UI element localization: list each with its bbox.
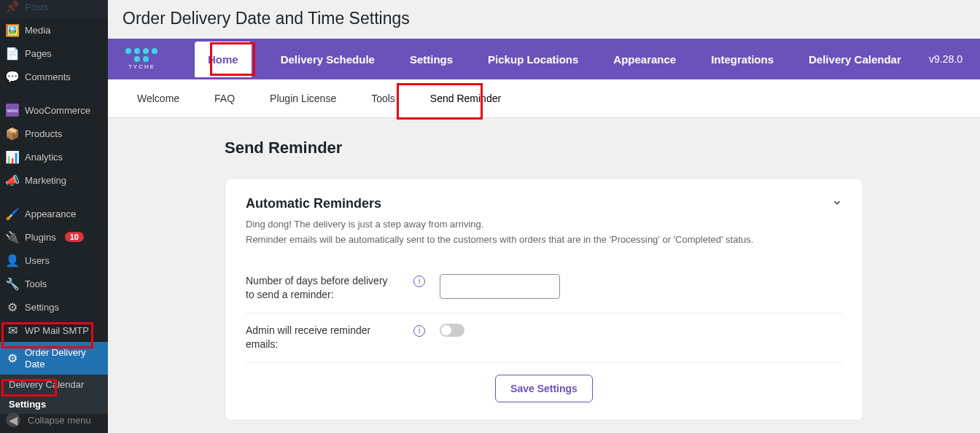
collapse-menu[interactable]: ◀ Collapse menu: [0, 407, 108, 433]
sidebar-label: Products: [25, 128, 62, 139]
subnav-tools[interactable]: Tools: [368, 79, 398, 117]
subnav: Welcome FAQ Plugin License Tools Send Re…: [108, 79, 980, 118]
sidebar-item-appearance[interactable]: 🖌️ Appearance: [0, 202, 108, 225]
sidebar-label: Media: [25, 25, 50, 36]
product-icon: 📦: [6, 127, 19, 140]
comment-icon: 💬: [6, 70, 19, 83]
main-content: Order Delivery Date and Time Settings TY…: [108, 0, 980, 433]
wrench-icon: 🔧: [6, 277, 19, 290]
sidebar-item-comments[interactable]: 💬 Comments: [0, 65, 108, 88]
sidebar-label: Settings: [25, 302, 59, 313]
gear-icon: ⚙: [6, 352, 19, 365]
admin-emails-toggle[interactable]: [440, 324, 464, 337]
sidebar-item-order-delivery-date[interactable]: ⚙ Order Delivery Date: [0, 342, 108, 375]
days-before-input[interactable]: [440, 274, 560, 299]
sidebar-label: Plugins: [25, 232, 56, 243]
topnav-settings[interactable]: Settings: [404, 42, 459, 77]
sidebar-item-media[interactable]: 🖼️ Media: [0, 18, 108, 42]
sidebar-item-woocommerce[interactable]: woo WooCommerce: [0, 98, 108, 122]
card-title: Automatic Reminders: [246, 196, 381, 211]
sidebar-label: Users: [25, 255, 50, 266]
topnav-delivery-schedule[interactable]: Delivery Schedule: [275, 42, 381, 77]
sidebar-item-products[interactable]: 📦 Products: [0, 122, 108, 145]
card-description: Ding dong! The delivery is just a step a…: [246, 217, 842, 248]
collapse-icon: ◀: [6, 413, 20, 427]
wp-admin-sidebar: 📌 Posts 🖼️ Media 📄 Pages 💬 Comments woo …: [0, 0, 108, 433]
sidebar-label: WP Mail SMTP: [25, 325, 89, 336]
sidebar-sub-delivery-calendar[interactable]: Delivery Calendar: [0, 375, 108, 394]
topnav-pickup-locations[interactable]: Pickup Locations: [482, 42, 584, 77]
subnav-welcome[interactable]: Welcome: [134, 79, 182, 117]
sidebar-label: Analytics: [25, 152, 63, 163]
brush-icon: 🖌️: [6, 207, 19, 220]
subnav-faq[interactable]: FAQ: [211, 79, 238, 117]
field-label: Number of days before delivery to send a…: [246, 274, 399, 303]
field-label: Admin will receive reminder emails:: [246, 324, 399, 352]
woo-icon: woo: [6, 104, 19, 117]
topnav-delivery-calendar[interactable]: Delivery Calendar: [803, 42, 907, 77]
sidebar-label: WooCommerce: [25, 105, 90, 116]
sidebar-item-plugins[interactable]: 🔌 Plugins 10: [0, 225, 108, 249]
sidebar-label: Posts: [25, 1, 49, 12]
settings-icon: ⚙: [6, 300, 19, 313]
topnav-integrations[interactable]: Integrations: [705, 42, 779, 77]
subnav-send-reminder[interactable]: Send Reminder: [427, 79, 504, 117]
field-days-before: Number of days before delivery to send a…: [246, 264, 842, 313]
sidebar-item-tools[interactable]: 🔧 Tools: [0, 272, 108, 295]
sidebar-label: Marketing: [25, 175, 66, 186]
analytics-icon: 📊: [6, 150, 19, 163]
plugin-version: v9.28.0: [929, 53, 962, 65]
plugin-update-badge: 10: [65, 232, 84, 242]
mail-icon: ✉: [6, 324, 19, 337]
sidebar-item-posts[interactable]: 📌 Posts: [0, 0, 108, 18]
sidebar-item-wpmail[interactable]: ✉ WP Mail SMTP: [0, 319, 108, 342]
marketing-icon: 📣: [6, 173, 19, 187]
plugin-icon: 🔌: [6, 230, 19, 243]
sidebar-item-analytics[interactable]: 📊 Analytics: [0, 145, 108, 168]
automatic-reminders-card: Automatic Reminders Ding dong! The deliv…: [225, 178, 863, 421]
users-icon: 👤: [6, 254, 19, 267]
info-icon[interactable]: i: [413, 325, 425, 337]
sidebar-item-users[interactable]: 👤 Users: [0, 249, 108, 272]
sidebar-item-marketing[interactable]: 📣 Marketing: [0, 168, 108, 192]
media-icon: 🖼️: [6, 23, 19, 36]
brand-name: TYCHE: [128, 63, 155, 70]
collapse-label: Collapse menu: [28, 415, 91, 426]
sidebar-item-settings[interactable]: ⚙ Settings: [0, 295, 108, 319]
brand-logo: TYCHE: [125, 48, 158, 70]
plugin-topbar: TYCHE Home Delivery Schedule Settings Pi…: [108, 39, 980, 79]
page-title: Order Delivery Date and Time Settings: [108, 0, 980, 39]
sidebar-label: Pages: [25, 48, 52, 59]
save-settings-button[interactable]: Save Settings: [495, 375, 593, 402]
chevron-down-icon[interactable]: [832, 198, 842, 211]
field-admin-receive: Admin will receive reminder emails: i: [246, 313, 842, 363]
topnav-home[interactable]: Home: [195, 42, 252, 77]
section-title: Send Reminder: [225, 139, 863, 157]
sidebar-label: Order Delivery Date: [25, 347, 102, 370]
info-icon[interactable]: i: [413, 276, 425, 287]
topnav-appearance[interactable]: Appearance: [607, 42, 682, 77]
sidebar-label: Tools: [25, 278, 47, 289]
pin-icon: 📌: [6, 0, 19, 13]
sidebar-label: Appearance: [25, 208, 76, 219]
sidebar-label: Comments: [25, 71, 71, 82]
subnav-plugin-license[interactable]: Plugin License: [267, 79, 339, 117]
sidebar-item-pages[interactable]: 📄 Pages: [0, 42, 108, 65]
page-icon: 📄: [6, 47, 19, 60]
